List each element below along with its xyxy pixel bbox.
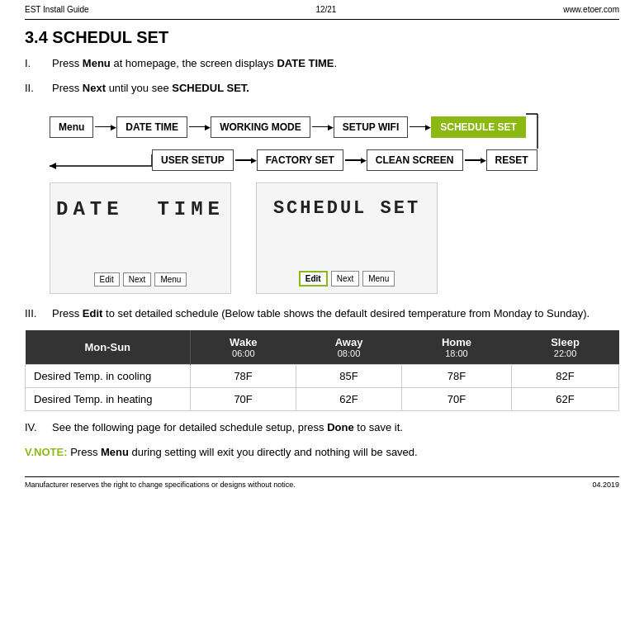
note-v: V.NOTE: Press Menu during setting will e…	[25, 444, 619, 462]
instruction-ii-text: Press Next until you see SCHEDUL SET.	[52, 80, 249, 97]
lcd-buttons-1: Edit Next Menu	[94, 272, 187, 286]
flow-arrow-7	[463, 154, 486, 166]
lcd-btn-menu-1[interactable]: Menu	[154, 272, 187, 286]
table-header-row: Mon-Sun Wake06:00 Away08:00 Home18:00 Sl…	[26, 330, 619, 365]
screens-row: DATE TIME Edit Next Menu SCHEDUL SET Edi…	[50, 182, 619, 294]
connector-svg-right	[526, 104, 539, 149]
instruction-iv: IV. See the following page for detailed …	[25, 419, 619, 437]
flow-box-cleanscreen: CLEAN SCREEN	[367, 149, 463, 171]
row-label-heating: Desired Temp. in heating	[26, 387, 191, 410]
svg-marker-4	[50, 163, 56, 169]
row-label-cooling: Desired Temp. in cooling	[26, 364, 191, 387]
flow-row1: Menu DATE TIME WORKING MODE SETUP WIFI S…	[50, 104, 619, 149]
instruction-i: I. Press Menu at homepage, the screen di…	[25, 55, 619, 72]
table-row: Desired Temp. in heating 70F 62F 70F 62F	[26, 387, 619, 410]
cell-cooling-wake: 78F	[191, 364, 296, 387]
flow-arrow-4	[408, 121, 431, 133]
flow-box-workingmode: WORKING MODE	[211, 116, 310, 138]
flow-box-factoryset: FACTORY SET	[257, 149, 343, 171]
instruction-iii: III. Press Edit to set detailed schedule…	[25, 305, 619, 322]
flow-box-setupwifi: SETUP WIFI	[334, 116, 408, 138]
col-header-monsum: Mon-Sun	[26, 330, 191, 365]
header-right: www.etoer.com	[563, 5, 619, 14]
section-title: 3.4 SCHEDUL SET	[25, 28, 619, 47]
schedule-table: Mon-Sun Wake06:00 Away08:00 Home18:00 Sl…	[25, 330, 619, 411]
cell-heating-wake: 70F	[191, 387, 296, 410]
note-v-text: Press Menu during setting will exit you …	[70, 446, 418, 458]
lcd-btn-edit-2[interactable]: Edit	[299, 271, 328, 286]
flow-arrow-2	[187, 121, 211, 133]
instruction-ii: II. Press Next until you see SCHEDUL SET…	[25, 80, 619, 97]
header-left: EST Install Guide	[25, 5, 89, 14]
cell-heating-home: 70F	[401, 387, 511, 410]
col-header-home: Home18:00	[401, 330, 511, 365]
lcd-buttons-2: Edit Next Menu	[299, 271, 395, 286]
flow-arrow-6	[343, 154, 367, 166]
instruction-iii-text: Press Edit to set detailed schedule (Bel…	[52, 305, 590, 322]
lcd-btn-next-1[interactable]: Next	[123, 272, 152, 286]
flow-arrow-1	[93, 121, 116, 133]
instruction-iv-text: See the following page for detailed sche…	[52, 419, 403, 436]
lcd-btn-next-2[interactable]: Next	[331, 271, 360, 286]
cell-cooling-away: 85F	[296, 364, 402, 387]
roman-iv: IV.	[25, 419, 45, 437]
lcd-btn-edit-1[interactable]: Edit	[94, 272, 120, 286]
header-center: 12/21	[315, 5, 336, 14]
flow-row2-wrapper: USER SETUP FACTORY SET CLEAN SCREEN RESE…	[50, 149, 619, 171]
lcd-text-datetime: DATE TIME	[56, 198, 225, 220]
cell-heating-away: 62F	[296, 387, 402, 410]
page-footer: Manufacturer reserves the right to chang…	[25, 476, 619, 492]
flow-diagram: Menu DATE TIME WORKING MODE SETUP WIFI S…	[50, 104, 619, 171]
lcd-screen-scheduleset: SCHEDUL SET Edit Next Menu	[256, 182, 438, 294]
page-header: EST Install Guide 12/21 www.etoer.com	[25, 0, 619, 20]
roman-i: I.	[25, 57, 45, 69]
cell-cooling-sleep: 82F	[512, 364, 619, 387]
flow-arrow-5	[234, 154, 257, 166]
roman-ii: II.	[25, 82, 45, 94]
cell-cooling-home: 78F	[401, 364, 511, 387]
cell-heating-sleep: 62F	[512, 387, 619, 410]
note-v-label: V.NOTE:	[25, 446, 68, 458]
flow-box-scheduleset: SCHEDULE SET	[431, 116, 526, 138]
flow-box-menu: Menu	[50, 116, 93, 138]
col-header-sleep: Sleep22:00	[512, 330, 619, 365]
footer-left: Manufacturer reserves the right to chang…	[25, 481, 296, 489]
lcd-btn-menu-2[interactable]: Menu	[362, 271, 395, 286]
flow-box-datetime: DATE TIME	[116, 116, 187, 138]
flow-box-usersetup: USER SETUP	[152, 149, 234, 171]
lcd-text-scheduleset: SCHEDUL SET	[273, 198, 420, 219]
footer-right: 04.2019	[592, 481, 619, 489]
instruction-i-text: Press Menu at homepage, the screen displ…	[52, 55, 337, 72]
roman-iii: III.	[25, 307, 45, 320]
table-row: Desired Temp. in cooling 78F 85F 78F 82F	[26, 364, 619, 387]
col-header-wake: Wake06:00	[191, 330, 296, 365]
connector-svg-left	[50, 154, 152, 166]
lcd-screen-datetime: DATE TIME Edit Next Menu	[50, 182, 231, 294]
flow-arrow-3	[310, 121, 334, 133]
flow-row2: USER SETUP FACTORY SET CLEAN SCREEN RESE…	[152, 149, 537, 171]
flow-box-reset: RESET	[486, 149, 537, 171]
col-header-away: Away08:00	[296, 330, 402, 365]
